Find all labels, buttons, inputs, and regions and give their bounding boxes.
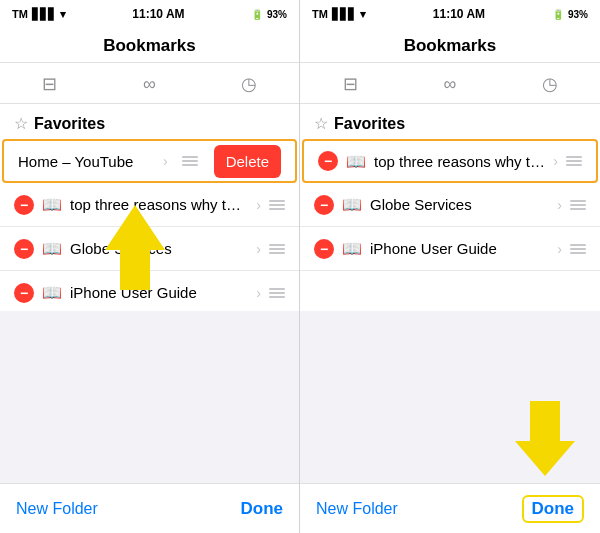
right-globe-minus[interactable]: −: [314, 195, 334, 215]
right-carrier: TM: [312, 8, 328, 20]
left-top-three-drag[interactable]: [269, 200, 285, 210]
right-favorites-header: ☆ Favorites: [300, 104, 600, 139]
left-bottom-bar: New Folder Done: [0, 483, 299, 533]
left-top-three-book-icon: 📖: [42, 195, 62, 214]
left-top-three-chevron: ›: [256, 197, 261, 213]
right-top-three-chevron: ›: [553, 153, 558, 169]
right-history-tab-icon: ◷: [542, 73, 558, 95]
bookmark-tab-icon: ⊟: [42, 73, 57, 95]
right-time: 11:10 AM: [433, 7, 485, 21]
left-iphone-label: iPhone User Guide: [70, 284, 248, 301]
right-done[interactable]: Done: [522, 495, 585, 523]
favorites-star-icon: ☆: [14, 114, 28, 133]
right-tab-reading[interactable]: ∞: [400, 69, 500, 99]
right-item-iphone-guide[interactable]: − 📖 iPhone User Guide ›: [300, 227, 600, 271]
left-iphone-minus[interactable]: −: [14, 283, 34, 303]
right-favorites-label: Favorites: [334, 115, 405, 133]
right-iphone-label: iPhone User Guide: [370, 240, 549, 257]
left-favorites-label: Favorites: [34, 115, 105, 133]
left-iphone-chevron: ›: [256, 285, 261, 301]
right-bookmark-tab-icon: ⊟: [343, 73, 358, 95]
left-globe-book-icon: 📖: [42, 239, 62, 258]
left-iphone-drag[interactable]: [269, 288, 285, 298]
left-tab-bar: ⊟ ∞ ◷: [0, 63, 299, 104]
left-time: 11:10 AM: [132, 7, 184, 21]
right-spacer: [300, 311, 600, 483]
right-top-three-book-icon: 📖: [346, 152, 366, 171]
left-item-top-three[interactable]: − 📖 top three reasons why t… ›: [0, 183, 299, 227]
left-top-three-minus[interactable]: −: [14, 195, 34, 215]
left-tab-bookmarks[interactable]: ⊟: [0, 69, 100, 99]
right-bookmark-list: − 📖 top three reasons why t… › − 📖 Globe…: [300, 139, 600, 311]
right-tab-bar: ⊟ ∞ ◷: [300, 63, 600, 104]
left-globe-minus[interactable]: −: [14, 239, 34, 259]
right-panel: TM ▋▋▋ ▾ 11:10 AM 🔋 93% Bookmarks ⊟ ∞ ◷ …: [300, 0, 600, 533]
right-tab-bookmarks[interactable]: ⊟: [300, 69, 400, 99]
left-tab-reading[interactable]: ∞: [100, 69, 200, 99]
right-globe-chevron: ›: [557, 197, 562, 213]
left-tab-history[interactable]: ◷: [199, 69, 299, 99]
left-spacer: [0, 311, 299, 483]
left-iphone-book-icon: 📖: [42, 283, 62, 302]
left-wifi: ▾: [60, 8, 66, 21]
left-status-bar: TM ▋▋▋ ▾ 11:10 AM 🔋 93%: [0, 0, 299, 28]
right-bottom-bar: New Folder Done: [300, 483, 600, 533]
left-carrier: TM: [12, 8, 28, 20]
right-battery-icon: 🔋: [552, 9, 564, 20]
right-favorites-star-icon: ☆: [314, 114, 328, 133]
left-nav-title: Bookmarks: [0, 28, 299, 63]
right-status-bar: TM ▋▋▋ ▾ 11:10 AM 🔋 93%: [300, 0, 600, 28]
left-battery-icon: 🔋: [251, 9, 263, 20]
left-signal: ▋▋▋: [32, 8, 56, 21]
left-battery-pct: 93%: [267, 9, 287, 20]
right-signal: ▋▋▋: [332, 8, 356, 21]
left-item-home-youtube[interactable]: Home – YouTube › Delete: [2, 139, 297, 183]
right-iphone-book-icon: 📖: [342, 239, 362, 258]
left-item-iphone-guide[interactable]: − 📖 iPhone User Guide ›: [0, 271, 299, 311]
right-globe-drag[interactable]: [570, 200, 586, 210]
right-wifi: ▾: [360, 8, 366, 21]
right-iphone-drag[interactable]: [570, 244, 586, 254]
right-new-folder[interactable]: New Folder: [316, 500, 398, 518]
left-globe-drag[interactable]: [269, 244, 285, 254]
right-globe-label: Globe Services: [370, 196, 549, 213]
left-item-globe[interactable]: − 📖 Globe Services ›: [0, 227, 299, 271]
history-tab-icon: ◷: [241, 73, 257, 95]
left-bookmark-list: Home – YouTube › Delete − 📖 top three re…: [0, 139, 299, 311]
right-nav-title: Bookmarks: [300, 28, 600, 63]
left-new-folder[interactable]: New Folder: [16, 500, 98, 518]
right-top-three-drag[interactable]: [566, 156, 582, 166]
left-top-three-label: top three reasons why t…: [70, 196, 248, 213]
right-battery-pct: 93%: [568, 9, 588, 20]
right-iphone-chevron: ›: [557, 241, 562, 257]
right-top-three-label: top three reasons why t…: [374, 153, 545, 170]
left-favorites-header: ☆ Favorites: [0, 104, 299, 139]
right-top-three-minus[interactable]: −: [318, 151, 338, 171]
left-home-youtube-label: Home – YouTube: [18, 153, 155, 170]
left-globe-chevron: ›: [256, 241, 261, 257]
right-tab-history[interactable]: ◷: [500, 69, 600, 99]
left-home-youtube-chevron: ›: [163, 153, 168, 169]
reading-tab-icon: ∞: [143, 74, 156, 95]
left-globe-label: Globe Services: [70, 240, 248, 257]
left-done[interactable]: Done: [241, 499, 284, 519]
right-globe-book-icon: 📖: [342, 195, 362, 214]
right-item-top-three[interactable]: − 📖 top three reasons why t… ›: [302, 139, 598, 183]
right-iphone-minus[interactable]: −: [314, 239, 334, 259]
left-panel: TM ▋▋▋ ▾ 11:10 AM 🔋 93% Bookmarks ⊟ ∞ ◷ …: [0, 0, 300, 533]
right-reading-tab-icon: ∞: [444, 74, 457, 95]
left-home-youtube-drag[interactable]: [182, 156, 198, 166]
right-item-globe[interactable]: − 📖 Globe Services ›: [300, 183, 600, 227]
left-home-youtube-delete[interactable]: Delete: [214, 145, 281, 178]
